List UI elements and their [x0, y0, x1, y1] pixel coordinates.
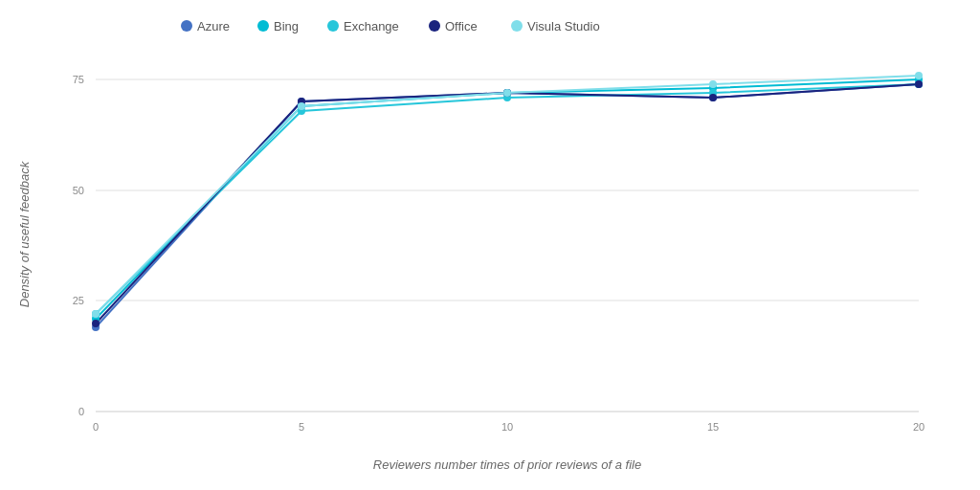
y-tick-25: 25: [73, 295, 84, 306]
x-tick-15: 15: [707, 421, 719, 433]
y-tick-50: 50: [73, 185, 84, 196]
office-legend-label: Office: [445, 19, 478, 33]
vs-point-10: [503, 89, 511, 97]
azure-legend-dot: [181, 20, 192, 32]
vs-point-15: [709, 80, 717, 88]
exchange-line: [96, 84, 919, 314]
exchange-legend-dot: [327, 20, 339, 32]
y-tick-0: 0: [78, 406, 84, 417]
x-tick-10: 10: [501, 421, 513, 433]
bing-line: [96, 79, 919, 319]
visualstudio-legend-dot: [511, 20, 523, 32]
x-tick-0: 0: [93, 421, 99, 433]
visualstudio-line: [96, 76, 919, 314]
x-axis-label: Reviewers number times of prior reviews …: [373, 457, 641, 472]
bing-legend-label: Bing: [274, 19, 299, 33]
azure-legend-label: Azure: [197, 19, 230, 33]
y-axis-label: Density of useful feedback: [17, 160, 32, 307]
office-point-20: [915, 80, 923, 88]
y-tick-75: 75: [73, 74, 84, 85]
azure-line: [96, 84, 919, 327]
visualstudio-legend-label: Visula Studio: [527, 19, 600, 33]
exchange-legend-label: Exchange: [344, 19, 399, 33]
office-point-0: [92, 320, 100, 327]
chart-container: Azure Bing Exchange Office Visula Studio…: [0, 0, 980, 490]
x-tick-5: 5: [299, 421, 304, 433]
office-line: [96, 84, 919, 323]
office-point-15: [709, 94, 717, 101]
vs-point-5: [298, 102, 305, 110]
vs-point-0: [92, 310, 100, 318]
office-legend-dot: [429, 20, 440, 32]
vs-point-20: [915, 72, 923, 79]
x-tick-20: 20: [913, 421, 924, 433]
bing-legend-dot: [257, 20, 269, 32]
